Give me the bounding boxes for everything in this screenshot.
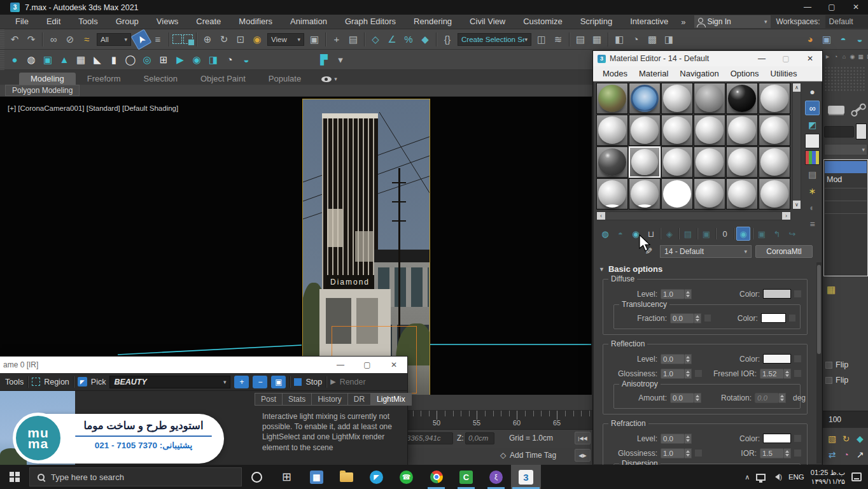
modifier-list-dropdown[interactable]: ▾ xyxy=(824,144,867,155)
refraction-glossiness-field[interactable]: 1.0 xyxy=(661,448,692,458)
zoom-all-icon[interactable]: ↻ xyxy=(839,432,853,446)
zoom-fit-button[interactable]: ▣ xyxy=(271,376,286,388)
reflection-level-color-map-button[interactable] xyxy=(794,355,802,363)
vfb-tab-stats[interactable]: Stats xyxy=(283,393,312,406)
create-lamp-icon[interactable]: ◒ xyxy=(239,52,254,67)
create-cone-icon[interactable]: ◣ xyxy=(90,52,105,67)
me-maximize-button[interactable]: ▢ xyxy=(774,51,798,66)
video-color-check-icon[interactable] xyxy=(805,150,820,165)
refraction-ior-field[interactable]: 1.5 xyxy=(760,448,791,458)
material-slot-14[interactable] xyxy=(629,146,661,178)
select-and-move-icon[interactable]: ⊕ xyxy=(200,32,215,47)
material-id-channel-icon[interactable]: 0 xyxy=(718,227,732,241)
snap-toggle-icon[interactable]: ◇ xyxy=(368,32,383,47)
object-color-swatch[interactable] xyxy=(856,124,867,139)
material-name-dropdown[interactable]: 14 - Default ▾ xyxy=(660,245,752,258)
spinner-icon[interactable] xyxy=(685,369,692,379)
material-slot-3[interactable] xyxy=(661,83,693,114)
diffuse-level-color-map-button[interactable] xyxy=(794,290,802,298)
key-step-buttons[interactable]: ◀▶ xyxy=(575,449,591,462)
material-slot-4[interactable] xyxy=(694,83,725,114)
scroll-down-icon[interactable]: ∨ xyxy=(793,201,801,209)
select-and-link-icon[interactable]: ∞ xyxy=(46,32,61,47)
material-slot-12[interactable] xyxy=(759,115,790,146)
maximize-viewport-icon[interactable]: ↗ xyxy=(853,448,867,462)
toolbar-overflow-icon[interactable]: » xyxy=(677,17,689,27)
fresnel-ior-field[interactable]: 1.52 xyxy=(760,369,791,379)
workspace-dropdown[interactable]: Default ▾ xyxy=(825,15,868,28)
search-input[interactable]: Type here to search xyxy=(29,467,242,486)
window-crossing-icon[interactable] xyxy=(183,34,193,44)
scroll-up-icon[interactable]: ∧ xyxy=(793,83,801,92)
menu-animation[interactable]: Animation xyxy=(281,15,336,29)
material-type-button[interactable]: CoronaMtl xyxy=(755,245,813,258)
keyboard-override-icon[interactable]: ▤ xyxy=(346,32,361,47)
material-slot-10[interactable] xyxy=(694,115,725,146)
render-production-icon[interactable]: ◓ xyxy=(836,32,851,47)
select-by-name-icon[interactable]: ≡ xyxy=(150,32,165,47)
make-unique-icon[interactable]: ◈ xyxy=(662,227,676,241)
clock[interactable]: 01:25 ب.ظ ۱۳۹۹/۱۱/۲۵ xyxy=(811,468,845,486)
ribbon-tab-freeform[interactable]: Freeform xyxy=(76,73,132,85)
translucency-fraction-color-swatch[interactable] xyxy=(761,313,786,323)
material-slot-24[interactable] xyxy=(759,178,790,209)
vfb-tab-post[interactable]: Post xyxy=(255,393,283,406)
anisotropy-rotation-field[interactable]: 0.0 xyxy=(755,393,786,403)
reflection-level-color-swatch[interactable] xyxy=(763,354,791,364)
minimize-button[interactable]: — xyxy=(795,0,820,15)
menu-group[interactable]: Group xyxy=(107,15,148,29)
refraction-level-color-swatch[interactable] xyxy=(763,434,791,443)
translucency-fraction-map-button[interactable] xyxy=(704,314,711,322)
material-slot-17[interactable] xyxy=(726,146,758,178)
vfb-tools-button[interactable]: Tools xyxy=(5,378,24,386)
vfb-region-button[interactable]: Region xyxy=(44,378,69,386)
spinner-icon[interactable] xyxy=(694,393,701,403)
backlight-icon[interactable]: ◩ xyxy=(805,117,820,132)
rendered-frame-icon[interactable]: ▣ xyxy=(819,32,834,47)
select-and-manipulate-icon[interactable]: + xyxy=(329,32,344,47)
mirror-icon[interactable]: ◫ xyxy=(534,32,549,47)
align-icon[interactable]: ≋ xyxy=(550,32,566,47)
unlink-selection-icon[interactable]: ⊘ xyxy=(62,32,78,47)
me-menu-options[interactable]: Options xyxy=(725,69,765,78)
material-slot-8[interactable] xyxy=(629,115,661,146)
material-slot-20[interactable] xyxy=(629,178,661,209)
translucency-fraction-field[interactable]: 0.0 xyxy=(670,313,701,323)
viewport-flyout-icon[interactable]: ▛ xyxy=(316,52,332,67)
menu-file[interactable]: File xyxy=(6,15,38,29)
add-time-tag[interactable]: Add Time Tag xyxy=(510,451,556,460)
cortana-button[interactable] xyxy=(242,465,272,489)
material-map-navigator-icon[interactable]: ≡ xyxy=(805,216,820,231)
material-slot-1[interactable] xyxy=(596,83,628,114)
me-menu-modes[interactable]: Modes xyxy=(597,69,633,78)
render-iterative-icon[interactable]: ◒ xyxy=(852,32,867,47)
slate-material-editor-icon[interactable]: ◨ xyxy=(661,32,676,47)
utilities-tab-icon[interactable]: ⊡ xyxy=(865,51,868,62)
graphite-icon[interactable]: ◧ xyxy=(612,32,627,47)
material-slot-5[interactable] xyxy=(726,83,758,114)
tray-chevron-icon[interactable]: ∧ xyxy=(745,473,750,481)
menu-tools[interactable]: Tools xyxy=(69,15,106,29)
scroll-right-icon[interactable]: › xyxy=(782,212,790,220)
slots-vertical-scrollbar[interactable]: ∧ ∨ xyxy=(792,83,801,209)
dope-sheet-icon[interactable]: ▩ xyxy=(645,32,660,47)
background-icon[interactable] xyxy=(805,134,820,148)
angle-snap-icon[interactable]: ∠ xyxy=(384,32,400,47)
create-sphere-icon[interactable]: ◍ xyxy=(24,52,39,67)
orbit-icon[interactable]: ◔ xyxy=(839,448,853,462)
maximize-button[interactable]: ▢ xyxy=(820,0,844,15)
spinner-icon[interactable] xyxy=(784,369,791,379)
create-foliage-icon[interactable]: ▲ xyxy=(57,52,72,67)
refraction-level-field[interactable]: 0.0 xyxy=(661,434,692,444)
select-and-rotate-icon[interactable]: ↻ xyxy=(216,32,232,47)
curve-editor-icon[interactable]: ◔ xyxy=(628,32,643,47)
y-coordinate-field[interactable]: -3365,941c xyxy=(401,432,453,444)
me-menu-material[interactable]: Material xyxy=(633,69,674,78)
vfb-title-bar[interactable]: ame 0 [IR] — ▢ ✕ xyxy=(0,357,407,373)
spinner-icon[interactable] xyxy=(694,313,701,323)
reference-coordinate-dropdown[interactable]: View▾ xyxy=(267,33,304,46)
vfb-maximize-button[interactable]: ▢ xyxy=(354,357,381,373)
language-indicator[interactable]: ENG xyxy=(788,473,804,481)
start-button[interactable] xyxy=(0,465,29,489)
menu-civil-view[interactable]: Civil View xyxy=(461,15,514,29)
